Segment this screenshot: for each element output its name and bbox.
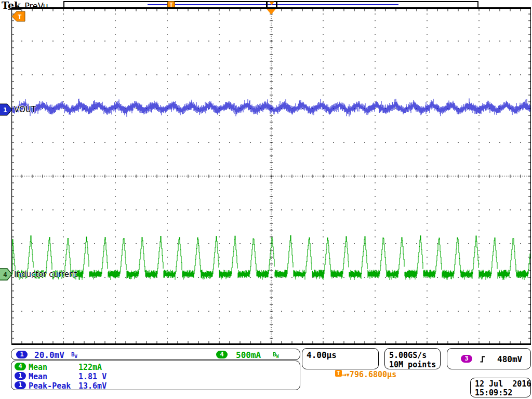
trigger-position-value: 796.6800µs [350, 370, 396, 379]
date-readout: 12 Jul 2016 [475, 379, 531, 389]
graticule [11, 7, 531, 345]
meas1-value: 122mA [78, 363, 102, 372]
trigger-position-readout: T→▼796.6800µs [305, 360, 396, 389]
arrow-right-icon: → [342, 370, 347, 379]
meas2-value: 1.81 V [78, 372, 107, 381]
ch1-trace-label: VOUT [14, 105, 36, 114]
rising-edge-icon [480, 355, 486, 363]
timebase-scale-readout: 4.00µs [307, 350, 337, 360]
ch4-scale-readout: 500mA [236, 350, 261, 360]
datetime-box: 12 Jul 2016 15:09:52 [470, 378, 531, 397]
ch1-waveform [12, 98, 530, 116]
trigger-level-readout: 480mV [497, 354, 522, 364]
ch4-marker-number: 4 [3, 271, 7, 278]
ch4-badge[interactable]: 4 [216, 351, 228, 358]
ch1-marker-number: 1 [3, 106, 7, 114]
meas3-value: 13.6mV [78, 381, 107, 391]
measurements-box: 4 Mean 122mA 1 Mean 1.81 V 1 Peak-Peak 1… [11, 361, 300, 390]
record-length-readout: 10M points [389, 360, 436, 369]
ch1-ground-marker[interactable]: 1 [0, 103, 13, 116]
meas3-channel-badge: 1 [15, 381, 26, 389]
acquisition-box[interactable]: 5.00GS/s 10M points [384, 348, 441, 369]
vertical-scale-box[interactable]: 1 20.0mV BW 4 500mA BW [11, 349, 300, 360]
trigger-position-icon[interactable] [267, 9, 276, 15]
window-triangle-icon [269, 2, 274, 5]
time-readout: 15:09:52 [475, 388, 512, 397]
ch1-badge[interactable]: 1 [16, 351, 28, 358]
meas2-name: Mean [29, 372, 47, 381]
oscilloscope-screen: TekPreVu T T 1 VOUT 4 Inductor current 1… [0, 0, 532, 399]
meas1-channel-badge: 4 [15, 363, 26, 370]
meas1-name: Mean [29, 363, 47, 372]
ch1-bandwidth-icon: BW [71, 351, 77, 359]
meas3-name: Peak-Peak [29, 381, 71, 391]
ch4-ground-marker[interactable]: 4 [0, 268, 13, 281]
trigger-box[interactable]: 3 480mV [447, 348, 531, 369]
trigger-t-icon: T [335, 370, 342, 377]
ch4-bandwidth-icon: BW [273, 351, 278, 359]
trigger-marker-label: T [18, 13, 22, 21]
trigger-level-marker[interactable]: T [11, 10, 25, 23]
trigger-source-badge: 3 [461, 355, 472, 363]
ch4-trace-label: Inductor current [14, 270, 77, 279]
timebase-box[interactable]: 4.00µs T→▼796.6800µs [302, 348, 379, 369]
sample-rate-readout: 5.00GS/s [389, 351, 427, 360]
meas2-channel-badge: 1 [15, 372, 26, 380]
ch1-scale-readout: 20.0mV [34, 350, 64, 360]
